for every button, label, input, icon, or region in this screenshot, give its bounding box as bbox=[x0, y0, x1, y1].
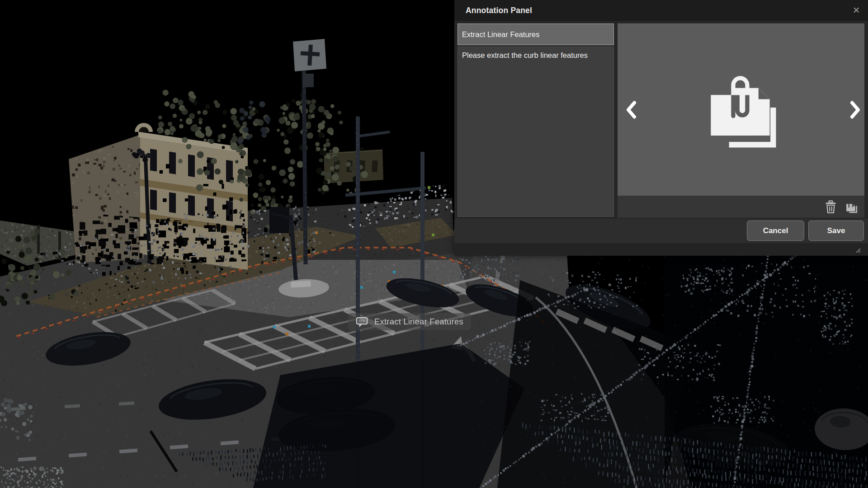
task-name-item[interactable]: Extract Linear Features bbox=[458, 23, 614, 45]
chevron-left-icon bbox=[625, 100, 637, 119]
comment-icon bbox=[356, 316, 368, 328]
close-icon[interactable]: × bbox=[849, 3, 863, 17]
attachment-toolbar bbox=[618, 196, 864, 218]
task-instruction-field[interactable]: Please extract the curb linear features bbox=[458, 47, 614, 217]
scene-task-marker[interactable]: Extract Linear Features bbox=[348, 313, 471, 330]
delete-attachment-button[interactable] bbox=[825, 200, 837, 214]
app-root: Extract Linear Features Annotation Panel… bbox=[0, 0, 868, 488]
panel-footer bbox=[454, 243, 868, 256]
trash-icon bbox=[825, 200, 837, 214]
cancel-button[interactable]: Cancel bbox=[747, 221, 804, 241]
panel-title: Annotation Panel bbox=[466, 0, 532, 21]
add-attachment-button[interactable] bbox=[844, 200, 859, 214]
panel-actions: Cancel Save bbox=[454, 218, 868, 243]
resize-grip-icon bbox=[855, 247, 861, 253]
annotation-panel: Annotation Panel × Extract Linear Featur… bbox=[454, 0, 868, 256]
scene-task-marker-label: Extract Linear Features bbox=[374, 317, 463, 327]
attachment-carousel bbox=[618, 23, 864, 196]
attachment-placeholder-icon bbox=[702, 71, 780, 155]
resize-handle[interactable] bbox=[855, 247, 861, 253]
next-attachment-button[interactable] bbox=[849, 100, 861, 119]
attach-file-icon bbox=[844, 200, 859, 214]
chevron-right-icon bbox=[849, 100, 861, 119]
previous-attachment-button[interactable] bbox=[625, 100, 637, 119]
panel-titlebar: Annotation Panel × bbox=[454, 0, 868, 21]
save-button[interactable]: Save bbox=[808, 221, 864, 241]
